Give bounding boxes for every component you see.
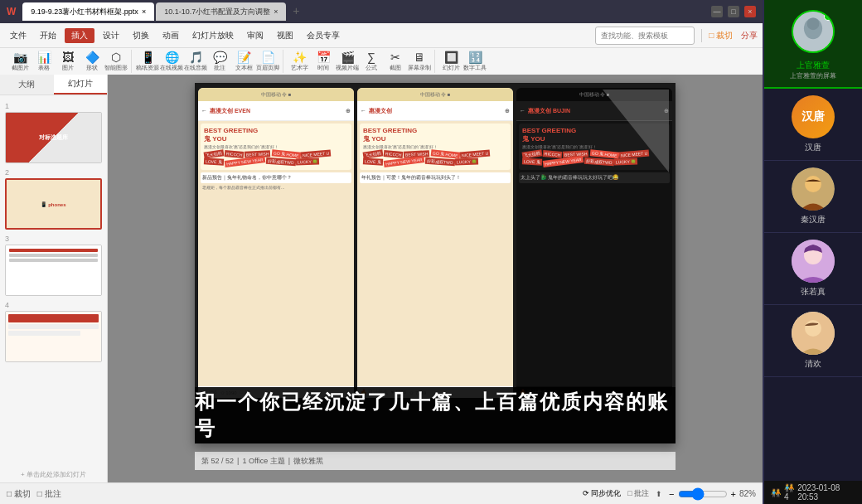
image-tool[interactable]: 🖼 图片 <box>56 50 80 73</box>
zoom-in-button[interactable]: + <box>731 489 736 499</box>
video-clip-tool[interactable]: 🎬 视频片端 <box>336 50 359 73</box>
maximize-button[interactable]: □ <box>728 6 739 17</box>
menu-animation[interactable]: 动画 <box>157 28 184 43</box>
formula-tool[interactable]: ∑ 公式 <box>360 50 383 73</box>
comment-count: □ 批注 <box>627 488 649 499</box>
screenshot-tool[interactable]: 📷 截图片 <box>8 50 31 73</box>
close-button[interactable]: × <box>744 6 756 17</box>
slide-thumb-1[interactable]: 1 对标选题库 <box>5 102 102 163</box>
main-content: W 9.19-9.23薯小红书材料框架.pptx × 10.1-10.7小红书配… <box>0 0 763 504</box>
outline-tab[interactable]: 大纲 <box>0 75 54 94</box>
menu-insert[interactable]: 插入 <box>65 28 94 43</box>
zoom-level: 82% <box>739 489 756 498</box>
status-bar-right: ⟳ 同步优化 □ 批注 ⬆ − + 82% <box>583 487 756 501</box>
svg-point-8 <box>805 320 821 337</box>
toolbar-group-art: ✨ 艺术字 📅 时间 🎬 视频片端 ∑ 公式 <box>284 50 435 73</box>
slide-thumb-4[interactable]: 4 <box>5 301 102 362</box>
toolbar-icons-container: 📷 截图片 📊 表格 🖼 图片 🔷 形状 <box>5 50 490 73</box>
annotation-tool[interactable]: 💬 批注 <box>208 50 231 73</box>
add-slide-button[interactable]: + 单击此处添加幻灯片 <box>0 467 107 482</box>
avatar-qinhantang <box>792 167 835 211</box>
svg-point-2 <box>807 17 820 30</box>
font-name: 微软雅黑 <box>293 456 323 467</box>
participant-presenter: 上官雅萱 上官雅萱的屏幕 <box>764 0 862 89</box>
tab-close-1[interactable]: × <box>142 7 146 16</box>
online-audio-tool[interactable]: 🎵 在线音频 <box>184 50 207 73</box>
participant-qinghuan: 清欢 <box>764 305 862 377</box>
smart-shape-tool[interactable]: ⬡ 智能图形 <box>104 50 128 73</box>
phone-2: 中国移动 令 ■ ← 惠漫文创 ⊕ BEST GREETING鬼 YOU 惠漫文… <box>357 88 513 398</box>
window-controls: — □ × <box>711 6 756 17</box>
screen-record-tool[interactable]: 🖥 屏幕录制 <box>408 50 431 73</box>
participant-qinhantang: 秦汉唐 <box>764 161 862 233</box>
menu-home[interactable]: 开始 <box>35 28 61 43</box>
canvas-status-bar: 第 52 / 52 | 1 Office 主题 | 微软雅黑 <box>195 452 676 470</box>
bottom-bar: 🧑‍🤝‍🧑 🧑‍🤝‍🧑 4 2023-01-08 20:53 <box>764 481 862 504</box>
avatar-hantang: 汉唐 <box>792 95 835 138</box>
icon-toolbar: 📷 截图片 📊 表格 🖼 图片 🔷 形状 <box>0 48 763 75</box>
slide-number: 第 52 / 52 <box>201 456 234 467</box>
header-footer-tool[interactable]: 📄 页眉页脚 <box>256 50 279 73</box>
tab-close-2[interactable]: × <box>274 7 278 16</box>
tab-1[interactable]: 9.19-9.23薯小红书材料框架.pptx × <box>22 2 154 21</box>
phone-1: 中国移动 令 ■ ← 惠漫文创 EVEN ⊕ BEST GREETING鬼 YO… <box>198 88 354 398</box>
slide-thumb-2[interactable]: 2 📱 phones <box>5 168 102 230</box>
minimize-button[interactable]: — <box>711 6 723 17</box>
participant-hantang: 汉唐 汉唐 <box>764 89 862 161</box>
participant-name-presenter: 上官雅萱 <box>797 60 830 71</box>
avatar-qinghuan <box>792 312 835 355</box>
menu-file[interactable]: 文件 <box>5 28 31 43</box>
art-text-tool[interactable]: ✨ 艺术字 <box>288 50 311 73</box>
slide-thumbnails: 1 对标选题库 2 📱 phones <box>0 95 107 467</box>
phones-row: 中国移动 令 ■ ← 惠漫文创 EVEN ⊕ BEST GREETING鬼 YO… <box>195 83 676 398</box>
slide-canvas: 中国移动 令 ■ ← 惠漫文创 EVEN ⊕ BEST GREETING鬼 YO… <box>195 83 676 443</box>
menu-slideshow[interactable]: 幻灯片放映 <box>187 28 239 43</box>
participant-name-zhangruozhen: 张若真 <box>801 286 826 298</box>
save-status: □ 裁切 <box>709 30 733 41</box>
share-icon[interactable]: ⬆ <box>656 490 662 498</box>
app-logo: W <box>7 6 16 17</box>
caption-overlay: 和一个你已经沉淀了几十篇、上百篇优质内容的账号 <box>195 387 676 443</box>
tab-add-button[interactable]: + <box>288 2 304 19</box>
table-tool[interactable]: 📊 表格 <box>32 50 56 73</box>
toolbar-group-insert-media: 📷 截图片 📊 表格 🖼 图片 🔷 形状 <box>5 50 132 73</box>
right-sidebar: 上官雅萱 上官雅萱的屏幕 汉唐 汉唐 秦汉唐 <box>763 0 862 504</box>
toolbar-group-slide: 🔲 幻灯片 🔢 数字工具 <box>436 50 490 73</box>
zoom-out-button[interactable]: − <box>669 489 674 499</box>
textbox-tool[interactable]: 📝 文本框 <box>232 50 255 73</box>
shape-tool[interactable]: 🔷 形状 <box>80 50 104 73</box>
caption-text: 和一个你已经沉淀了几十篇、上百篇优质内容的账号 <box>195 389 676 442</box>
tab-2[interactable]: 10.1-10.7小红书配置及方向调整 × <box>156 2 286 21</box>
comment-btn[interactable]: □ 批注 <box>37 488 61 500</box>
tab-bar: 9.19-9.23薯小红书材料框架.pptx × 10.1-10.7小红书配置及… <box>22 2 304 21</box>
sync-button[interactable]: ⟳ 同步优化 <box>583 488 622 499</box>
theme-name: 1 Office 主题 <box>242 456 284 467</box>
menu-review[interactable]: 审阅 <box>242 28 269 43</box>
number-tool[interactable]: 🔢 数字工具 <box>463 50 487 73</box>
slide-tool[interactable]: 🔲 幻灯片 <box>439 50 462 73</box>
participant-count: 🧑‍🤝‍🧑 🧑‍🤝‍🧑 4 <box>771 483 797 502</box>
panel-tabs: 大纲 幻灯片 <box>0 75 107 95</box>
menu-bar: 文件 开始 插入 设计 切换 动画 幻灯片放映 审阅 视图 会员专享 □ 裁切 … <box>0 23 763 48</box>
zoom-slider[interactable] <box>678 487 728 501</box>
screen-share-label: 上官雅萱的屏幕 <box>790 71 836 80</box>
menu-transition[interactable]: 切换 <box>128 28 154 43</box>
editor-area: 大纲 幻灯片 1 对标选题库 2 <box>0 75 763 482</box>
datetime-tool[interactable]: 📅 时间 <box>312 50 335 73</box>
menu-member[interactable]: 会员专享 <box>302 28 345 43</box>
online-resource-tool[interactable]: 📱 稿纸资源 <box>136 50 159 73</box>
meeting-time: 2023-01-08 20:53 <box>797 483 855 502</box>
slides-tab[interactable]: 幻灯片 <box>54 75 108 94</box>
screen-capture-tool[interactable]: ✂ 截图 <box>384 50 407 73</box>
app-title-bar: W 9.19-9.23薯小红书材料框架.pptx × 10.1-10.7小红书配… <box>0 0 763 23</box>
svg-point-4 <box>805 176 821 192</box>
share-button[interactable]: 分享 <box>741 30 758 41</box>
participant-name-qinghuan: 清欢 <box>805 358 821 370</box>
menu-design[interactable]: 设计 <box>98 28 124 43</box>
menu-view[interactable]: 视图 <box>272 28 298 43</box>
slide-thumb-3[interactable]: 3 <box>5 235 102 296</box>
search-input[interactable] <box>595 27 695 45</box>
avatar-zhangruozhen <box>792 240 835 283</box>
cut-btn[interactable]: □ 裁切 <box>7 488 31 500</box>
online-video-tool[interactable]: 🌐 在线视频 <box>160 50 183 73</box>
